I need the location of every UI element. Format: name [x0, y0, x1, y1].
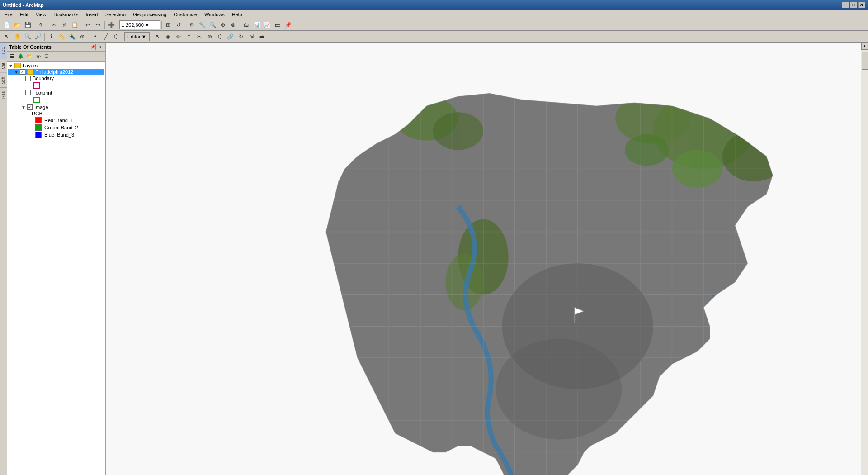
scale-tool[interactable]: ⇲: [246, 32, 256, 42]
footprint-symbol-row: [8, 96, 104, 104]
editor-dropdown[interactable]: Editor ▼: [124, 32, 150, 41]
sep4: [104, 21, 105, 29]
sep9: [44, 33, 45, 41]
image-layer[interactable]: ▼ Image: [8, 104, 104, 110]
footprint-checkbox[interactable]: [25, 90, 31, 95]
footprint-layer[interactable]: Footprint: [8, 90, 104, 96]
map-area[interactable]: [106, 43, 861, 475]
merge-tool[interactable]: ⊕: [205, 32, 215, 42]
menu-customize[interactable]: Customize: [171, 11, 200, 18]
menu-file[interactable]: File: [2, 11, 15, 18]
redo-button[interactable]: ↪: [93, 20, 103, 30]
undo-button[interactable]: ↩: [83, 20, 93, 30]
add-data-button[interactable]: ➕: [106, 20, 116, 30]
tool-g[interactable]: 📊: [252, 20, 262, 30]
reshape-tool[interactable]: ⌃: [184, 32, 194, 42]
tool-i[interactable]: 🗃: [273, 20, 283, 30]
image-expand-icon[interactable]: ▼: [21, 104, 26, 110]
boundary-layer[interactable]: Boundary: [8, 75, 104, 81]
edit-tool[interactable]: ↖: [153, 32, 163, 42]
toc-close-button[interactable]: ✕: [97, 44, 103, 50]
tool-d[interactable]: ⊕: [218, 20, 228, 30]
snap-tool[interactable]: 🔗: [226, 32, 236, 42]
goto-xy-tool[interactable]: ⊕: [77, 32, 87, 42]
scroll-up-button[interactable]: ▲: [861, 43, 868, 50]
menu-view[interactable]: View: [33, 11, 49, 18]
menu-edit[interactable]: Edit: [17, 11, 31, 18]
tool-j[interactable]: 📌: [283, 20, 293, 30]
tool-f[interactable]: 🗂: [241, 20, 251, 30]
blue-swatch: [35, 132, 42, 138]
open-button[interactable]: 📂: [12, 20, 22, 30]
sketch-tool[interactable]: ✏: [174, 32, 184, 42]
tool-h[interactable]: 📈: [262, 20, 272, 30]
toc-tree-view-button[interactable]: 🌲: [17, 52, 25, 61]
philly-label: Philadelphia2012: [34, 69, 74, 75]
minimize-button[interactable]: ─: [842, 2, 849, 8]
footprint-label: Footprint: [32, 90, 53, 95]
tool-c[interactable]: 🔍: [208, 20, 217, 30]
toolbar-main: 📄 📂 💾 🖨 ✂ ⎘ 📋 ↩ ↪ ➕ 1:202,600 ▼ ⊞ ↺ ⚙ 🔧 …: [0, 19, 868, 31]
tool-e[interactable]: ⊗: [228, 20, 238, 30]
maximize-button[interactable]: □: [850, 2, 857, 8]
results-tab[interactable]: Res: [0, 87, 7, 102]
draw-line-tool[interactable]: ╱: [101, 32, 111, 42]
toc-list-view-button[interactable]: ☰: [8, 52, 16, 61]
footprint-expand-icon[interactable]: [21, 90, 24, 95]
layers-expand-icon[interactable]: ▼: [8, 63, 14, 68]
toc-tab[interactable]: TOC: [0, 43, 7, 59]
philly-expand-icon[interactable]: ▼: [14, 69, 19, 75]
save-button[interactable]: 💾: [23, 20, 33, 30]
edit-vertices-tool[interactable]: ◈: [163, 32, 173, 42]
boundary-checkbox[interactable]: [25, 76, 31, 81]
scale-box[interactable]: 1:202,600 ▼: [119, 20, 160, 29]
search-tab[interactable]: Sch: [0, 73, 7, 88]
menu-selection[interactable]: Selection: [103, 11, 128, 18]
new-button[interactable]: 📄: [2, 20, 12, 30]
pan-tool[interactable]: ✋: [12, 32, 22, 42]
toc-selection-view-button[interactable]: ☑: [42, 52, 51, 61]
tool-b[interactable]: 🔧: [197, 20, 207, 30]
mirror-tool[interactable]: ⇌: [257, 32, 267, 42]
draw-polygon-tool[interactable]: ⬡: [111, 32, 121, 42]
image-checkbox[interactable]: [27, 104, 33, 110]
paste-button[interactable]: 📋: [70, 20, 80, 30]
menu-insert[interactable]: Insert: [83, 11, 101, 18]
print-button[interactable]: 🖨: [36, 20, 46, 30]
menu-help[interactable]: Help: [229, 11, 245, 18]
find-tool[interactable]: 🔦: [67, 32, 77, 42]
toc-source-view-button[interactable]: 📂: [25, 52, 33, 61]
title-bar: Untitled - ArcMap ─ □ ✕: [0, 0, 868, 10]
copy-button[interactable]: ⎘: [59, 20, 69, 30]
philly-checkbox[interactable]: [20, 69, 25, 75]
topology-tool[interactable]: ⬡: [215, 32, 225, 42]
zoom-out-tool[interactable]: 🔎: [33, 32, 43, 42]
scroll-thumb[interactable]: [862, 52, 868, 70]
left-panel-tabs: TOC Cat Sch Res: [0, 43, 7, 475]
menu-bookmarks[interactable]: Bookmarks: [51, 11, 81, 18]
rotate-tool[interactable]: ↻: [236, 32, 246, 42]
svg-point-40: [672, 150, 722, 188]
tool-a[interactable]: ⚙: [187, 20, 197, 30]
layers-root[interactable]: ▼ Layers: [8, 62, 104, 69]
cut-button[interactable]: ✂: [49, 20, 59, 30]
scale-dropdown-icon[interactable]: ▼: [145, 22, 150, 28]
toc-vis-view-button[interactable]: 👁: [34, 52, 42, 61]
toc-pin-button[interactable]: 📌: [90, 44, 96, 50]
sep10: [89, 33, 89, 41]
menu-windows[interactable]: Windows: [202, 11, 227, 18]
split-tool[interactable]: ✂: [194, 32, 204, 42]
close-button[interactable]: ✕: [858, 2, 865, 8]
catalog-tab[interactable]: Cat: [0, 59, 7, 73]
draw-point-tool[interactable]: •: [90, 32, 100, 42]
boundary-expand-icon[interactable]: [21, 76, 24, 81]
philadelphia2012-group[interactable]: ▼ Philadelphia2012: [8, 69, 104, 75]
zoom-in-tool[interactable]: 🔍: [23, 32, 33, 42]
select-tool[interactable]: ↖: [2, 32, 12, 42]
measure-tool[interactable]: 📏: [57, 32, 66, 42]
refresh-button[interactable]: ↺: [174, 20, 184, 30]
menu-geoprocessing[interactable]: Geoprocessing: [130, 11, 169, 18]
scroll-track[interactable]: [861, 50, 868, 475]
zoom-full-button[interactable]: ⊞: [163, 20, 173, 30]
identify-tool[interactable]: ℹ: [46, 32, 56, 42]
